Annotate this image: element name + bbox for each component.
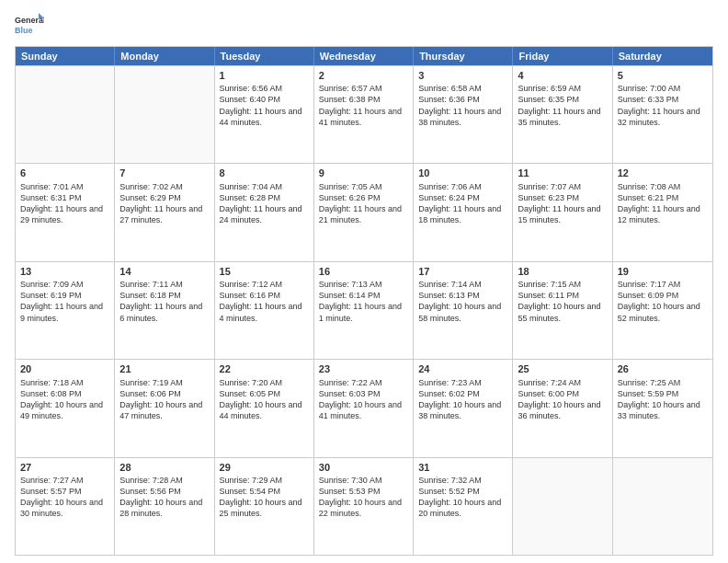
cell-info: Sunrise: 7:25 AMSunset: 5:59 PMDaylight:… [618, 377, 708, 422]
header-day-sunday: Sunday [16, 47, 115, 65]
cell-info: Sunrise: 7:13 AMSunset: 6:14 PMDaylight:… [319, 279, 408, 324]
day-number: 29 [220, 461, 309, 474]
cal-cell: 21Sunrise: 7:19 AMSunset: 6:06 PMDayligh… [115, 360, 214, 456]
day-number: 12 [618, 167, 708, 179]
cal-cell: 31Sunrise: 7:32 AMSunset: 5:52 PMDayligh… [414, 458, 513, 555]
week-row-2: 6Sunrise: 7:01 AMSunset: 6:31 PMDaylight… [16, 163, 712, 260]
day-number: 16 [319, 265, 408, 278]
day-number: 3 [418, 69, 507, 82]
header: General Blue [15, 11, 713, 40]
cell-info: Sunrise: 7:19 AMSunset: 6:06 PMDaylight:… [119, 377, 209, 422]
day-number: 23 [319, 362, 408, 375]
day-number: 8 [220, 167, 309, 179]
cal-cell: 11Sunrise: 7:07 AMSunset: 6:23 PMDayligh… [513, 164, 612, 260]
cal-cell: 9Sunrise: 7:05 AMSunset: 6:26 PMDaylight… [314, 164, 414, 260]
cal-cell: 14Sunrise: 7:11 AMSunset: 6:18 PMDayligh… [115, 262, 214, 359]
day-number: 18 [518, 265, 607, 278]
day-number: 20 [20, 362, 109, 375]
cell-info: Sunrise: 7:09 AMSunset: 6:19 PMDaylight:… [20, 279, 109, 324]
day-number: 14 [119, 265, 209, 278]
cal-cell: 18Sunrise: 7:15 AMSunset: 6:11 PMDayligh… [513, 262, 612, 359]
calendar-header: SundayMondayTuesdayWednesdayThursdayFrid… [16, 47, 712, 65]
week-row-1: 1Sunrise: 6:56 AMSunset: 6:40 PMDaylight… [16, 65, 712, 163]
cal-cell: 15Sunrise: 7:12 AMSunset: 6:16 PMDayligh… [215, 262, 314, 359]
cal-cell: 1Sunrise: 6:56 AMSunset: 6:40 PMDaylight… [215, 66, 314, 163]
cell-info: Sunrise: 7:20 AMSunset: 6:05 PMDaylight:… [220, 377, 309, 422]
cal-cell: 20Sunrise: 7:18 AMSunset: 6:08 PMDayligh… [16, 360, 115, 456]
cal-cell: 13Sunrise: 7:09 AMSunset: 6:19 PMDayligh… [16, 262, 115, 359]
day-number: 28 [119, 461, 209, 474]
day-number: 26 [618, 362, 708, 375]
cal-cell: 6Sunrise: 7:01 AMSunset: 6:31 PMDaylight… [16, 164, 115, 260]
day-number: 19 [618, 265, 708, 278]
cell-info: Sunrise: 7:01 AMSunset: 6:31 PMDaylight:… [20, 181, 109, 226]
cal-cell [16, 66, 115, 163]
cal-cell: 24Sunrise: 7:23 AMSunset: 6:02 PMDayligh… [414, 360, 513, 456]
day-number: 5 [618, 69, 708, 82]
cell-info: Sunrise: 7:04 AMSunset: 6:28 PMDaylight:… [220, 181, 309, 226]
cell-info: Sunrise: 7:05 AMSunset: 6:26 PMDaylight:… [319, 181, 408, 226]
cell-info: Sunrise: 7:08 AMSunset: 6:21 PMDaylight:… [618, 181, 708, 226]
cal-cell: 25Sunrise: 7:24 AMSunset: 6:00 PMDayligh… [513, 360, 612, 456]
cal-cell: 12Sunrise: 7:08 AMSunset: 6:21 PMDayligh… [613, 164, 712, 260]
cal-cell: 7Sunrise: 7:02 AMSunset: 6:29 PMDaylight… [115, 164, 214, 260]
day-number: 13 [20, 265, 109, 278]
day-number: 9 [319, 167, 408, 179]
week-row-4: 20Sunrise: 7:18 AMSunset: 6:08 PMDayligh… [16, 359, 712, 456]
cell-info: Sunrise: 7:32 AMSunset: 5:52 PMDaylight:… [418, 475, 507, 520]
logo-svg: General Blue [15, 11, 44, 40]
day-number: 24 [418, 362, 507, 375]
week-row-5: 27Sunrise: 7:27 AMSunset: 5:57 PMDayligh… [16, 457, 712, 555]
day-number: 21 [119, 362, 209, 375]
cal-cell: 26Sunrise: 7:25 AMSunset: 5:59 PMDayligh… [613, 360, 712, 456]
cell-info: Sunrise: 6:58 AMSunset: 6:36 PMDaylight:… [418, 83, 507, 128]
cal-cell: 27Sunrise: 7:27 AMSunset: 5:57 PMDayligh… [16, 458, 115, 555]
cell-info: Sunrise: 7:07 AMSunset: 6:23 PMDaylight:… [518, 181, 607, 226]
cell-info: Sunrise: 7:02 AMSunset: 6:29 PMDaylight:… [119, 181, 209, 226]
cal-cell: 5Sunrise: 7:00 AMSunset: 6:33 PMDaylight… [613, 66, 712, 163]
cell-info: Sunrise: 7:24 AMSunset: 6:00 PMDaylight:… [518, 377, 607, 422]
cal-cell: 29Sunrise: 7:29 AMSunset: 5:54 PMDayligh… [215, 458, 314, 555]
cell-info: Sunrise: 6:56 AMSunset: 6:40 PMDaylight:… [220, 83, 309, 128]
cell-info: Sunrise: 7:06 AMSunset: 6:24 PMDaylight:… [418, 181, 507, 226]
cal-cell: 19Sunrise: 7:17 AMSunset: 6:09 PMDayligh… [613, 262, 712, 359]
header-day-friday: Friday [513, 47, 612, 65]
cal-cell [115, 66, 214, 163]
cell-info: Sunrise: 7:30 AMSunset: 5:53 PMDaylight:… [319, 475, 408, 520]
header-day-thursday: Thursday [414, 47, 513, 65]
logo: General Blue [15, 11, 44, 40]
day-number: 6 [20, 167, 109, 179]
cell-info: Sunrise: 7:17 AMSunset: 6:09 PMDaylight:… [618, 279, 708, 324]
cal-cell: 16Sunrise: 7:13 AMSunset: 6:14 PMDayligh… [314, 262, 414, 359]
day-number: 1 [220, 69, 309, 82]
cal-cell: 4Sunrise: 6:59 AMSunset: 6:35 PMDaylight… [513, 66, 612, 163]
cal-cell: 2Sunrise: 6:57 AMSunset: 6:38 PMDaylight… [314, 66, 414, 163]
cell-info: Sunrise: 7:11 AMSunset: 6:18 PMDaylight:… [119, 279, 209, 324]
day-number: 2 [319, 69, 408, 82]
cal-cell: 3Sunrise: 6:58 AMSunset: 6:36 PMDaylight… [414, 66, 513, 163]
cal-cell: 22Sunrise: 7:20 AMSunset: 6:05 PMDayligh… [215, 360, 314, 456]
cell-info: Sunrise: 7:23 AMSunset: 6:02 PMDaylight:… [418, 377, 507, 422]
cell-info: Sunrise: 7:28 AMSunset: 5:56 PMDaylight:… [119, 475, 209, 520]
day-number: 30 [319, 461, 408, 474]
cal-cell: 10Sunrise: 7:06 AMSunset: 6:24 PMDayligh… [414, 164, 513, 260]
calendar: SundayMondayTuesdayWednesdayThursdayFrid… [15, 46, 713, 556]
week-row-3: 13Sunrise: 7:09 AMSunset: 6:19 PMDayligh… [16, 261, 712, 359]
calendar-body: 1Sunrise: 6:56 AMSunset: 6:40 PMDaylight… [16, 65, 712, 555]
header-day-monday: Monday [115, 47, 214, 65]
cell-info: Sunrise: 7:00 AMSunset: 6:33 PMDaylight:… [618, 83, 708, 128]
day-number: 10 [418, 167, 507, 179]
cell-info: Sunrise: 7:14 AMSunset: 6:13 PMDaylight:… [418, 279, 507, 324]
cal-cell: 17Sunrise: 7:14 AMSunset: 6:13 PMDayligh… [414, 262, 513, 359]
cal-cell: 30Sunrise: 7:30 AMSunset: 5:53 PMDayligh… [314, 458, 414, 555]
day-number: 22 [220, 362, 309, 375]
day-number: 27 [20, 461, 109, 474]
day-number: 17 [418, 265, 507, 278]
cell-info: Sunrise: 7:22 AMSunset: 6:03 PMDaylight:… [319, 377, 408, 422]
cell-info: Sunrise: 7:29 AMSunset: 5:54 PMDaylight:… [220, 475, 309, 520]
cell-info: Sunrise: 7:27 AMSunset: 5:57 PMDaylight:… [20, 475, 109, 520]
cal-cell: 8Sunrise: 7:04 AMSunset: 6:28 PMDaylight… [215, 164, 314, 260]
cell-info: Sunrise: 6:59 AMSunset: 6:35 PMDaylight:… [518, 83, 607, 128]
svg-text:Blue: Blue [15, 26, 33, 35]
day-number: 11 [518, 167, 607, 179]
